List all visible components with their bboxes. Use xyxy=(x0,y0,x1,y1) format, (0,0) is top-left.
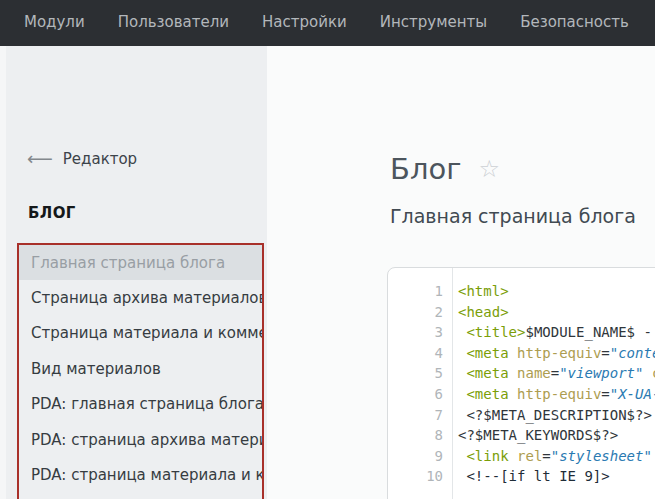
code-line-text: <?$META_KEYWORDS$?> xyxy=(452,425,618,446)
nav-item-инструменты[interactable]: Инструменты xyxy=(378,0,489,46)
code-line-text: <head> xyxy=(452,302,509,323)
template-list-item[interactable]: PDA: вид материалов xyxy=(19,493,262,499)
template-list-item[interactable]: PDA: страница архива материа... xyxy=(19,422,262,457)
sidebar: ⟵ Редактор БЛОГ Главная страница блогаСт… xyxy=(0,46,267,499)
code-line: 6 <meta http-equiv="X-UA- xyxy=(388,384,655,405)
line-number: 8 xyxy=(388,425,452,446)
code-line: 8<?$META_KEYWORDS$?> xyxy=(388,425,655,446)
top-navigation: МодулиПользователиНастройкиИнструментыБе… xyxy=(0,0,655,46)
code-line: 10 <!--[if lt IE 9]> xyxy=(388,466,655,487)
nav-item-безопасность[interactable]: Безопасность xyxy=(518,0,631,46)
back-arrow-icon: ⟵ xyxy=(27,150,53,168)
back-to-editor-link[interactable]: ⟵ Редактор xyxy=(27,150,137,168)
page-subtitle: Главная страница блога xyxy=(390,205,636,227)
line-number: 7 xyxy=(388,405,452,426)
title-row: Блог ☆ xyxy=(390,152,500,186)
line-number: 3 xyxy=(388,322,452,343)
template-list-item[interactable]: Страница архива материалов xyxy=(19,280,262,315)
code-line-text: <meta name="viewport" c xyxy=(452,363,655,384)
line-number: 10 xyxy=(388,466,452,487)
code-editor[interactable]: 1<html>2<head>3 <title>$MODULE_NAME$ - 4… xyxy=(387,267,655,499)
code-line-text: <link rel="stylesheet" xyxy=(452,446,655,467)
template-list-item[interactable]: Страница материала и коммент... xyxy=(19,316,262,351)
nav-item-пользователи[interactable]: Пользователи xyxy=(116,0,231,46)
code-line: 1<html> xyxy=(388,281,655,302)
code-line: 5 <meta name="viewport" c xyxy=(388,363,655,384)
code-line: 9 <link rel="stylesheet" xyxy=(388,446,655,467)
sidebar-section-title: БЛОГ xyxy=(28,204,76,222)
code-line-text: <?$META_DESCRIPTION$?> xyxy=(452,405,652,426)
back-label: Редактор xyxy=(63,150,137,168)
code-line: 4 <meta http-equiv="conte xyxy=(388,343,655,364)
sidebar-edge xyxy=(0,46,6,499)
template-list-item[interactable]: Главная страница блога xyxy=(19,245,262,280)
main-content: Блог ☆ Главная страница блога HTML 1<htm… xyxy=(267,46,655,499)
code-line: 2<head> xyxy=(388,302,655,323)
template-list-item[interactable]: PDA: главная страница блога xyxy=(19,387,262,422)
line-number: 6 xyxy=(388,384,452,405)
template-list-item[interactable]: PDA: страница материала и ком... xyxy=(19,457,262,492)
app-window: МодулиПользователиНастройкиИнструментыБе… xyxy=(0,0,655,499)
gutter-separator xyxy=(452,268,453,499)
code-line-text: <meta http-equiv="conte xyxy=(452,343,655,364)
code-line-text: <!--[if lt IE 9]> xyxy=(452,466,610,487)
template-list-annotated: Главная страница блогаСтраница архива ма… xyxy=(17,243,264,499)
code-line: 7 <?$META_DESCRIPTION$?> xyxy=(388,405,655,426)
line-number: 5 xyxy=(388,363,452,384)
code-line-text: <meta http-equiv="X-UA- xyxy=(452,384,655,405)
favorite-star-icon[interactable]: ☆ xyxy=(478,157,500,181)
nav-item-настройки[interactable]: Настройки xyxy=(260,0,349,46)
code-line: 3 <title>$MODULE_NAME$ - xyxy=(388,322,655,343)
line-number: 1 xyxy=(388,281,452,302)
line-number: 2 xyxy=(388,302,452,323)
template-list-item[interactable]: Вид материалов xyxy=(19,351,262,386)
nav-item-модули[interactable]: Модули xyxy=(22,0,87,46)
code-line-text: <title>$MODULE_NAME$ - xyxy=(452,322,655,343)
line-number: 9 xyxy=(388,446,452,467)
code-area[interactable]: 1<html>2<head>3 <title>$MODULE_NAME$ - 4… xyxy=(388,268,655,487)
page-title: Блог xyxy=(390,152,461,186)
line-number: 4 xyxy=(388,343,452,364)
code-line-text: <html> xyxy=(452,281,509,302)
